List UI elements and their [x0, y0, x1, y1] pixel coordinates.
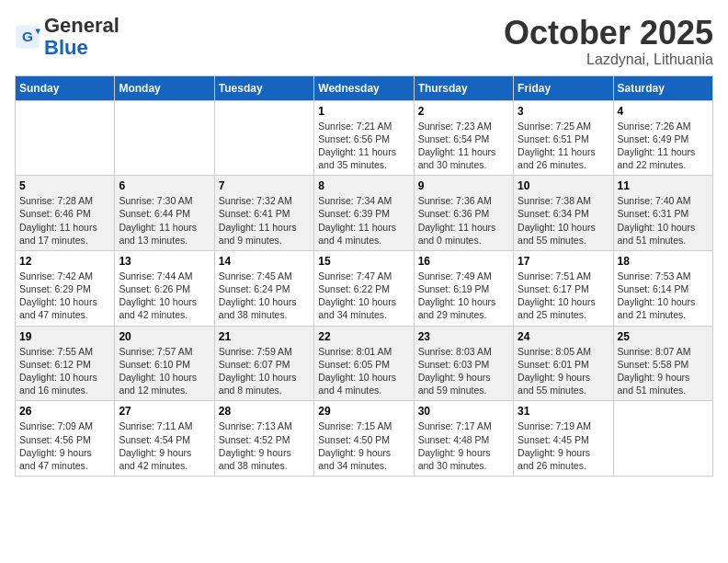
- day-info: Sunrise: 7:42 AM Sunset: 6:29 PM Dayligh…: [19, 270, 110, 322]
- calendar-cell: 3Sunrise: 7:25 AM Sunset: 6:51 PM Daylig…: [514, 100, 613, 176]
- calendar-cell: 15Sunrise: 7:47 AM Sunset: 6:22 PM Dayli…: [314, 250, 414, 326]
- title-area: October 2025 Lazdynai, Lithuania: [504, 15, 713, 68]
- day-number: 26: [19, 405, 110, 418]
- weekday-header-thursday: Thursday: [414, 75, 513, 100]
- calendar-cell: 8Sunrise: 7:34 AM Sunset: 6:39 PM Daylig…: [314, 176, 414, 251]
- calendar-cell: 10Sunrise: 7:38 AM Sunset: 6:34 PM Dayli…: [514, 176, 613, 251]
- day-info: Sunrise: 7:15 AM Sunset: 4:50 PM Dayligh…: [318, 419, 409, 472]
- day-info: Sunrise: 7:28 AM Sunset: 6:46 PM Dayligh…: [19, 194, 110, 247]
- calendar-cell: 16Sunrise: 7:49 AM Sunset: 6:19 PM Dayli…: [414, 250, 513, 326]
- day-info: Sunrise: 7:21 AM Sunset: 6:56 PM Dayligh…: [318, 120, 409, 172]
- calendar-week-4: 19Sunrise: 7:55 AM Sunset: 6:12 PM Dayli…: [16, 326, 713, 401]
- day-info: Sunrise: 7:26 AM Sunset: 6:49 PM Dayligh…: [618, 120, 709, 172]
- logo-general-text: General: [44, 14, 119, 37]
- logo-blue-text: Blue: [44, 36, 88, 59]
- calendar-cell: 17Sunrise: 7:51 AM Sunset: 6:17 PM Dayli…: [514, 250, 613, 326]
- day-number: 14: [219, 255, 310, 268]
- calendar-cell: 2Sunrise: 7:23 AM Sunset: 6:54 PM Daylig…: [414, 100, 513, 176]
- day-number: 18: [618, 255, 709, 268]
- day-info: Sunrise: 7:53 AM Sunset: 6:14 PM Dayligh…: [618, 270, 709, 322]
- day-number: 24: [518, 330, 609, 343]
- day-number: 1: [318, 105, 409, 118]
- day-number: 6: [119, 179, 210, 192]
- day-number: 5: [19, 179, 110, 192]
- calendar-cell: 4Sunrise: 7:26 AM Sunset: 6:49 PM Daylig…: [613, 100, 712, 176]
- day-info: Sunrise: 7:47 AM Sunset: 6:22 PM Dayligh…: [318, 270, 409, 322]
- day-number: 15: [318, 255, 409, 268]
- day-number: 21: [219, 330, 310, 343]
- calendar-cell: 29Sunrise: 7:15 AM Sunset: 4:50 PM Dayli…: [314, 401, 414, 477]
- day-number: 29: [318, 405, 409, 418]
- weekday-header-monday: Monday: [115, 75, 214, 100]
- calendar-cell: 21Sunrise: 7:59 AM Sunset: 6:07 PM Dayli…: [214, 326, 313, 401]
- calendar-cell: 26Sunrise: 7:09 AM Sunset: 4:56 PM Dayli…: [16, 401, 115, 477]
- calendar-cell: 24Sunrise: 8:05 AM Sunset: 6:01 PM Dayli…: [514, 326, 613, 401]
- day-info: Sunrise: 7:17 AM Sunset: 4:48 PM Dayligh…: [418, 419, 509, 472]
- day-info: Sunrise: 7:36 AM Sunset: 6:36 PM Dayligh…: [418, 194, 509, 247]
- day-number: 23: [418, 330, 509, 343]
- day-number: 8: [318, 179, 409, 192]
- calendar-cell: 19Sunrise: 7:55 AM Sunset: 6:12 PM Dayli…: [16, 326, 115, 401]
- day-info: Sunrise: 8:07 AM Sunset: 5:58 PM Dayligh…: [618, 345, 709, 397]
- calendar-cell: [214, 100, 313, 176]
- month-title: October 2025: [504, 15, 713, 52]
- day-info: Sunrise: 7:23 AM Sunset: 6:54 PM Dayligh…: [418, 120, 509, 172]
- day-number: 30: [418, 405, 509, 418]
- calendar-week-1: 1Sunrise: 7:21 AM Sunset: 6:56 PM Daylig…: [16, 100, 713, 176]
- logo: G General Blue: [15, 15, 119, 59]
- svg-text:G: G: [22, 29, 33, 44]
- calendar-cell: 11Sunrise: 7:40 AM Sunset: 6:31 PM Dayli…: [613, 176, 712, 251]
- day-number: 25: [618, 330, 709, 343]
- calendar-cell: 27Sunrise: 7:11 AM Sunset: 4:54 PM Dayli…: [115, 401, 214, 477]
- calendar-cell: [613, 401, 712, 477]
- day-number: 27: [119, 405, 210, 418]
- day-number: 28: [219, 405, 310, 418]
- logo-text: General Blue: [44, 15, 119, 59]
- day-info: Sunrise: 7:55 AM Sunset: 6:12 PM Dayligh…: [19, 345, 110, 397]
- location-title: Lazdynai, Lithuania: [504, 52, 713, 68]
- calendar-cell: 20Sunrise: 7:57 AM Sunset: 6:10 PM Dayli…: [115, 326, 214, 401]
- day-info: Sunrise: 7:34 AM Sunset: 6:39 PM Dayligh…: [318, 194, 409, 247]
- day-number: 11: [618, 179, 709, 192]
- calendar-cell: 18Sunrise: 7:53 AM Sunset: 6:14 PM Dayli…: [613, 250, 712, 326]
- day-number: 13: [119, 255, 210, 268]
- day-info: Sunrise: 7:49 AM Sunset: 6:19 PM Dayligh…: [418, 270, 509, 322]
- day-info: Sunrise: 7:51 AM Sunset: 6:17 PM Dayligh…: [518, 270, 609, 322]
- calendar-cell: 6Sunrise: 7:30 AM Sunset: 6:44 PM Daylig…: [115, 176, 214, 251]
- day-number: 2: [418, 105, 509, 118]
- day-number: 12: [19, 255, 110, 268]
- calendar-week-2: 5Sunrise: 7:28 AM Sunset: 6:46 PM Daylig…: [16, 176, 713, 251]
- calendar-cell: 31Sunrise: 7:19 AM Sunset: 4:45 PM Dayli…: [514, 401, 613, 477]
- calendar-week-5: 26Sunrise: 7:09 AM Sunset: 4:56 PM Dayli…: [16, 401, 713, 477]
- day-info: Sunrise: 7:59 AM Sunset: 6:07 PM Dayligh…: [219, 345, 310, 397]
- day-number: 31: [518, 405, 609, 418]
- calendar-table: SundayMondayTuesdayWednesdayThursdayFrid…: [15, 75, 713, 477]
- day-number: 22: [318, 330, 409, 343]
- weekday-header-tuesday: Tuesday: [214, 75, 313, 100]
- calendar-cell: 9Sunrise: 7:36 AM Sunset: 6:36 PM Daylig…: [414, 176, 513, 251]
- day-info: Sunrise: 8:01 AM Sunset: 6:05 PM Dayligh…: [318, 345, 409, 397]
- calendar-cell: 23Sunrise: 8:03 AM Sunset: 6:03 PM Dayli…: [414, 326, 513, 401]
- calendar-cell: 1Sunrise: 7:21 AM Sunset: 6:56 PM Daylig…: [314, 100, 414, 176]
- day-number: 19: [19, 330, 110, 343]
- day-info: Sunrise: 8:03 AM Sunset: 6:03 PM Dayligh…: [418, 345, 509, 397]
- logo-icon: G: [15, 24, 40, 50]
- day-number: 3: [518, 105, 609, 118]
- day-number: 10: [518, 179, 609, 192]
- calendar-cell: 13Sunrise: 7:44 AM Sunset: 6:26 PM Dayli…: [115, 250, 214, 326]
- calendar-cell: 28Sunrise: 7:13 AM Sunset: 4:52 PM Dayli…: [214, 401, 313, 477]
- day-info: Sunrise: 7:57 AM Sunset: 6:10 PM Dayligh…: [119, 345, 210, 397]
- calendar-cell: 30Sunrise: 7:17 AM Sunset: 4:48 PM Dayli…: [414, 401, 513, 477]
- calendar-week-3: 12Sunrise: 7:42 AM Sunset: 6:29 PM Dayli…: [16, 250, 713, 326]
- day-number: 7: [219, 179, 310, 192]
- day-number: 9: [418, 179, 509, 192]
- day-info: Sunrise: 7:09 AM Sunset: 4:56 PM Dayligh…: [19, 419, 110, 472]
- day-info: Sunrise: 7:25 AM Sunset: 6:51 PM Dayligh…: [518, 120, 609, 172]
- calendar-cell: 14Sunrise: 7:45 AM Sunset: 6:24 PM Dayli…: [214, 250, 313, 326]
- day-info: Sunrise: 7:40 AM Sunset: 6:31 PM Dayligh…: [618, 194, 709, 247]
- calendar-cell: 5Sunrise: 7:28 AM Sunset: 6:46 PM Daylig…: [16, 176, 115, 251]
- day-info: Sunrise: 7:38 AM Sunset: 6:34 PM Dayligh…: [518, 194, 609, 247]
- weekday-header-friday: Friday: [514, 75, 613, 100]
- calendar-cell: 25Sunrise: 8:07 AM Sunset: 5:58 PM Dayli…: [613, 326, 712, 401]
- calendar-cell: [16, 100, 115, 176]
